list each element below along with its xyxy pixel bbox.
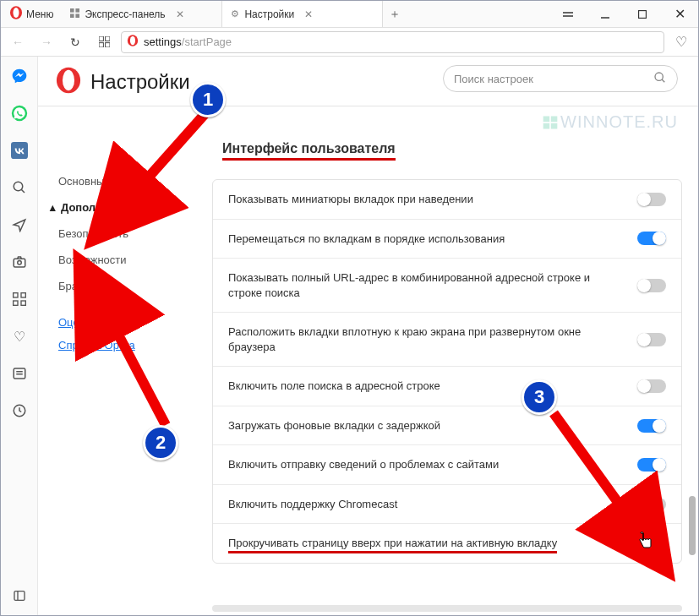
titlebar: Меню Экспресс-панель ✕ ⚙ Настройки ✕ ＋ ✕: [1, 1, 698, 28]
setting-label: Включить поддержку Chromecast: [228, 497, 637, 512]
setting-row[interactable]: Включить отправку сведений о проблемах с…: [213, 444, 681, 484]
speeddial-icon[interactable]: [10, 290, 29, 308]
svg-rect-36: [543, 116, 550, 122]
close-icon[interactable]: ✕: [176, 8, 184, 20]
sidebar-rail: ♡: [1, 57, 38, 615]
setting-label: Прокручивать страницу вверх при нажатии …: [228, 536, 637, 551]
min-window-icon[interactable]: [549, 1, 587, 27]
toggle[interactable]: [637, 537, 666, 550]
nav-basic[interactable]: Основные: [50, 168, 194, 194]
vk-icon[interactable]: [10, 141, 29, 160]
svg-point-1: [13, 8, 19, 18]
setting-label: Включить отправку сведений о проблемах с…: [228, 457, 637, 472]
setting-row[interactable]: Загружать фоновые вкладки с задержкой: [213, 406, 681, 445]
section-title: Интерфейс пользователя: [222, 141, 396, 161]
whatsapp-icon[interactable]: [10, 104, 29, 123]
watermark: WINNOTE.RU: [542, 112, 678, 132]
search-icon[interactable]: [10, 178, 29, 197]
back-button[interactable]: ←: [6, 30, 30, 54]
tab-speeddial[interactable]: Экспресс-панель ✕: [62, 1, 222, 27]
svg-rect-10: [99, 36, 103, 41]
maximize-icon[interactable]: [624, 1, 661, 27]
setting-label: Расположить вкладки вплотную к краю экра…: [228, 324, 637, 354]
svg-point-15: [130, 36, 135, 46]
close-icon[interactable]: ✕: [304, 8, 313, 20]
forward-button[interactable]: →: [35, 30, 58, 54]
svg-rect-5: [76, 14, 80, 18]
gear-icon: ⚙: [231, 8, 239, 19]
svg-rect-37: [551, 116, 558, 122]
heart-icon[interactable]: ♡: [10, 327, 29, 346]
content: ♡ Настройки Поиск настроек Основные: [1, 57, 698, 615]
speedial-button[interactable]: [92, 30, 116, 54]
setting-label: Загружать фоновые вкладки с задержкой: [228, 418, 637, 433]
history-icon[interactable]: [10, 401, 29, 420]
setting-row[interactable]: Показывать миниатюры вкладок при наведен…: [213, 180, 681, 219]
toggle[interactable]: [637, 279, 666, 292]
news-icon[interactable]: [10, 364, 29, 383]
setting-row[interactable]: Расположить вкладки вплотную к краю экра…: [213, 312, 681, 366]
toggle[interactable]: [637, 458, 666, 472]
page-header: Настройки: [55, 67, 190, 97]
url-tail: /startPage: [182, 35, 232, 48]
tab-label: Настройки: [244, 8, 294, 20]
new-tab-button[interactable]: ＋: [383, 1, 407, 27]
svg-point-21: [17, 261, 21, 265]
svg-rect-30: [14, 591, 25, 601]
svg-rect-39: [551, 123, 558, 128]
setting-row[interactable]: Прокручивать страницу вверх при нажатии …: [213, 523, 681, 563]
opera-icon: [9, 6, 23, 22]
toggle[interactable]: [637, 379, 666, 393]
setting-row[interactable]: Включить поддержку Chromecast: [213, 484, 681, 524]
url-path: settings: [144, 35, 182, 48]
menu-button[interactable]: Меню: [1, 1, 62, 27]
menu-label: Меню: [26, 8, 53, 20]
setting-row[interactable]: Включить поле поиска в адресной строке: [213, 366, 681, 406]
opera-icon: [127, 35, 139, 49]
minimize-icon[interactable]: [587, 1, 624, 27]
chevron-up-icon: ▴: [50, 201, 56, 214]
toggle[interactable]: [637, 333, 666, 346]
bookmark-button[interactable]: ♡: [669, 34, 693, 50]
settings-page: Настройки Поиск настроек Основные ▴ Допо…: [38, 57, 698, 615]
nav-advanced[interactable]: ▴ Дополнительно: [50, 194, 194, 221]
snapshot-icon[interactable]: [10, 253, 29, 271]
settings-main: Интерфейс пользователя Показывать миниат…: [212, 141, 682, 564]
setting-row[interactable]: Показывать полный URL-адрес в комбиниров…: [213, 258, 681, 312]
link-rate[interactable]: Оценить Opera: [50, 311, 194, 334]
svg-point-34: [655, 73, 663, 80]
reload-button[interactable]: ↻: [63, 30, 87, 54]
url-input[interactable]: settings/startPage: [121, 31, 664, 53]
svg-point-18: [14, 182, 23, 191]
toggle[interactable]: [637, 419, 666, 433]
svg-rect-22: [13, 293, 17, 297]
page-title: Настройки: [90, 70, 190, 94]
panel-toggle-icon[interactable]: [10, 586, 29, 605]
horizontal-scrollbar[interactable]: [212, 605, 682, 612]
close-window-icon[interactable]: ✕: [661, 1, 698, 27]
nav-features[interactable]: Возможности: [50, 247, 194, 273]
messenger-icon[interactable]: [10, 67, 29, 85]
tab-settings[interactable]: ⚙ Настройки ✕: [222, 1, 383, 27]
svg-rect-23: [21, 293, 25, 297]
settings-search[interactable]: Поиск настроек: [443, 65, 678, 92]
tab-label: Экспресс-панель: [85, 8, 165, 20]
svg-rect-12: [99, 43, 103, 47]
vertical-scrollbar[interactable]: [689, 496, 696, 555]
address-bar: ← → ↻ settings/startPage ♡: [1, 28, 698, 57]
svg-rect-20: [14, 259, 25, 267]
grid-icon: [70, 8, 79, 19]
nav-browser[interactable]: Браузер: [50, 273, 194, 299]
setting-label: Показывать миниатюры вкладок при наведен…: [228, 192, 637, 207]
toggle[interactable]: [637, 193, 666, 206]
setting-row[interactable]: Перемещаться по вкладкам в порядке испол…: [213, 219, 681, 259]
link-help[interactable]: Справка Opera: [50, 334, 194, 357]
svg-rect-4: [70, 14, 74, 18]
svg-rect-24: [13, 301, 17, 305]
setting-label: Показывать полный URL-адрес в комбиниров…: [228, 270, 637, 300]
toggle[interactable]: [637, 498, 666, 511]
toggle[interactable]: [637, 232, 666, 245]
flow-icon[interactable]: [10, 215, 29, 234]
nav-security[interactable]: Безопасность: [50, 221, 194, 247]
setting-label: Включить поле поиска в адресной строке: [228, 379, 637, 394]
